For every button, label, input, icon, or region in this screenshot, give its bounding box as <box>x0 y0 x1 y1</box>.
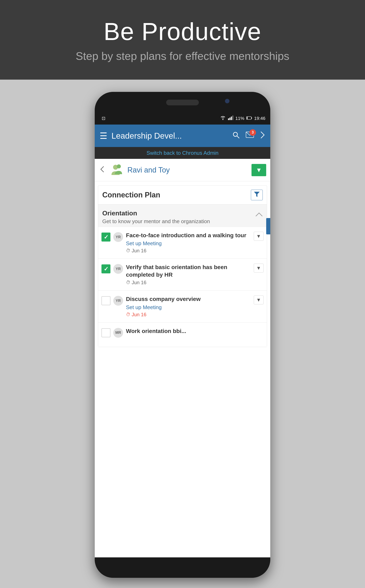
task-date-overdue: ⏱ Jun 16 <box>126 312 251 317</box>
svg-point-0 <box>222 119 223 120</box>
connection-dropdown-button[interactable]: ▼ <box>252 164 266 176</box>
connection-name: Ravi and Toy <box>127 166 248 174</box>
connection-avatar <box>109 163 124 177</box>
task-date-value: Jun 16 <box>132 280 146 285</box>
orientation-info: Orientation Get to know your mentor and … <box>102 210 255 224</box>
avatar-initials: MR <box>115 330 121 335</box>
task-checkbox-unchecked[interactable] <box>101 328 110 337</box>
app-bar-title: Leadership Devel... <box>112 131 228 140</box>
chevron-up-icon[interactable] <box>255 210 263 219</box>
task-dropdown-button[interactable]: ▼ <box>254 264 264 273</box>
task-item-partial: MR Work orientation bbi... <box>98 322 267 347</box>
phone-speaker <box>166 100 199 105</box>
task-dropdown-button[interactable]: ▼ <box>254 232 264 241</box>
avatar-initials: YR <box>116 267 121 271</box>
wifi-icon <box>220 116 226 121</box>
filter-icon <box>254 192 260 198</box>
svg-rect-3 <box>231 117 232 120</box>
orientation-title: Orientation <box>102 210 255 217</box>
battery-icon <box>246 116 252 121</box>
task-checkbox-checked[interactable]: ✓ <box>101 264 110 273</box>
svg-rect-1 <box>228 119 229 120</box>
content-area: Ravi and Toy ▼ Connection Plan <box>95 159 270 557</box>
phone-top <box>95 92 270 112</box>
checkmark-icon: ✓ <box>104 266 108 272</box>
phone-camera <box>225 99 229 103</box>
svg-rect-2 <box>229 118 231 120</box>
user-avatar-yr: YR <box>113 232 123 242</box>
task-date-overdue-value: Jun 16 <box>132 312 146 317</box>
status-bar-left: ⊡ <box>100 116 217 121</box>
avatar-initials: YR <box>116 235 121 239</box>
task-content: Discuss company overview Set up Meeting … <box>126 295 251 317</box>
task-title: Verify that basic orientation has been c… <box>126 264 251 279</box>
connection-header: Ravi and Toy ▼ <box>95 159 270 181</box>
notification-button[interactable]: 3 <box>246 131 254 140</box>
task-content: Work orientation bbi... <box>126 328 264 336</box>
task-title: Work orientation bbi... <box>126 328 264 335</box>
status-right: 11% 19:46 <box>220 116 265 121</box>
switch-back-link[interactable]: Switch back to Chronus Admin <box>147 150 219 156</box>
task-dropdown-arrow-icon: ▼ <box>256 233 261 239</box>
header-banner: Be Productive Step by step plans for eff… <box>0 0 365 80</box>
task-dropdown-button[interactable]: ▼ <box>254 295 264 304</box>
app-bar: ☰ Leadership Devel... <box>95 125 270 147</box>
task-dropdown-arrow-icon: ▼ <box>256 297 261 303</box>
status-bar: ⊡ <box>95 112 270 125</box>
phone-frame: ⊡ <box>95 92 270 578</box>
checkmark-icon: ✓ <box>104 234 108 240</box>
hamburger-icon[interactable]: ☰ <box>100 131 107 141</box>
connection-plan-card: Connection Plan <box>98 185 267 347</box>
plan-title: Connection Plan <box>102 191 160 199</box>
phone-bottom <box>95 557 270 578</box>
task-content: Face-to-face introduction and a walking … <box>126 232 251 254</box>
plan-header: Connection Plan <box>98 186 267 205</box>
task-date: ⏱ Jun 16 <box>126 248 251 254</box>
task-item: YR Discuss company overview Set up Meeti… <box>98 290 267 322</box>
task-title: Face-to-face introduction and a walking … <box>126 232 251 239</box>
back-button[interactable] <box>99 165 106 175</box>
main-title: Be Productive <box>104 17 261 46</box>
dropdown-arrow-icon: ▼ <box>256 167 262 174</box>
svg-marker-13 <box>254 192 260 197</box>
forward-icon[interactable] <box>260 131 265 141</box>
task-item: ✓ YR Verify that basic orientation has b… <box>98 259 267 290</box>
filter-button[interactable] <box>251 190 263 200</box>
task-dropdown-arrow-icon: ▼ <box>256 265 261 271</box>
user-avatar-yr: YR <box>113 296 123 306</box>
switch-bar: Switch back to Chronus Admin <box>95 147 270 159</box>
task-date-value: Jun 16 <box>132 248 146 254</box>
task-title: Discuss company overview <box>126 295 251 303</box>
clock-icon: ⏱ <box>126 248 130 253</box>
clock-icon: ⏱ <box>126 280 130 285</box>
signal-icon <box>228 116 233 121</box>
main-subtitle: Step by step plans for effective mentors… <box>76 50 289 62</box>
app-bar-actions: 3 <box>232 131 265 141</box>
svg-rect-4 <box>232 116 233 120</box>
orientation-section: Orientation Get to know your mentor and … <box>98 205 267 347</box>
task-date: ⏱ Jun 16 <box>126 280 251 285</box>
svg-rect-7 <box>247 117 247 119</box>
user-avatar-yr: YR <box>113 264 123 274</box>
user-avatar-mr: MR <box>113 328 123 338</box>
time: 19:46 <box>254 116 265 121</box>
search-icon[interactable] <box>232 131 240 141</box>
notification-badge: 3 <box>249 129 256 136</box>
phone-container: ⊡ <box>0 80 365 588</box>
task-link[interactable]: Set up Meeting <box>126 304 251 311</box>
svg-rect-6 <box>251 117 252 119</box>
task-link[interactable]: Set up Meeting <box>126 240 251 247</box>
task-checkbox-checked[interactable]: ✓ <box>101 232 110 242</box>
status-icon-left: ⊡ <box>102 116 105 121</box>
task-content: Verify that basic orientation has been c… <box>126 264 251 285</box>
side-tab <box>266 218 270 234</box>
task-item: ✓ YR Face-to-face introduction and a wal… <box>98 227 267 259</box>
svg-line-9 <box>237 136 239 138</box>
avatar-initials: YR <box>116 299 121 303</box>
clock-overdue-icon: ⏱ <box>126 312 130 317</box>
svg-point-12 <box>117 164 121 168</box>
battery-pct: 11% <box>235 116 244 121</box>
orientation-header: Orientation Get to know your mentor and … <box>98 205 267 227</box>
phone-screen: ⊡ <box>95 112 270 557</box>
task-checkbox-unchecked[interactable] <box>101 296 110 305</box>
